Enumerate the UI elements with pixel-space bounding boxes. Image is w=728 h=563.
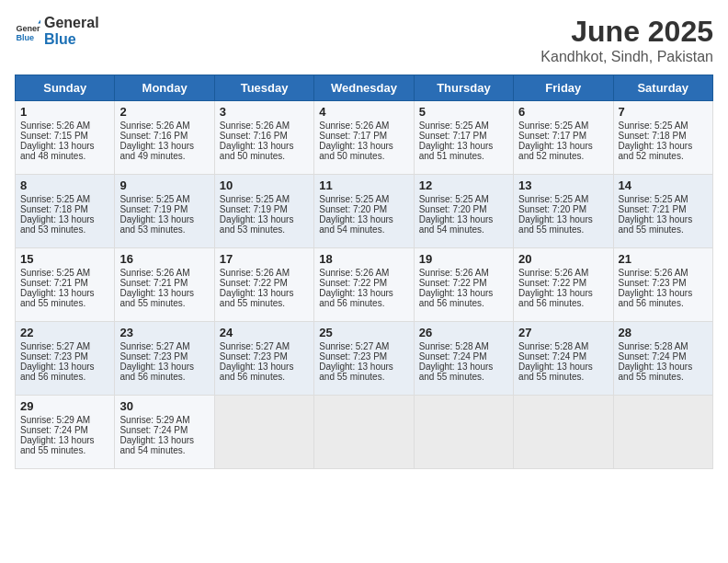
day-number: 23: [119, 326, 209, 339]
calendar-cell: 3Sunrise: 5:26 AMSunset: 7:16 PMDaylight…: [214, 101, 313, 175]
calendar-cell: 9Sunrise: 5:25 AMSunset: 7:19 PMDaylight…: [115, 175, 214, 248]
cell-text: Sunrise: 5:26 AMSunset: 7:22 PMDaylight:…: [220, 268, 294, 308]
day-number: 8: [20, 178, 109, 192]
day-number: 1: [20, 105, 109, 119]
calendar-cell: 21Sunrise: 5:26 AMSunset: 7:23 PMDayligh…: [613, 248, 712, 322]
cell-text: Sunrise: 5:28 AMSunset: 7:24 PMDaylight:…: [419, 341, 494, 382]
calendar-week-row: 8Sunrise: 5:25 AMSunset: 7:18 PMDaylight…: [16, 175, 713, 248]
calendar-cell: 2Sunrise: 5:26 AMSunset: 7:16 PMDaylight…: [115, 101, 214, 175]
month-year-title: June 2025: [540, 15, 713, 49]
cell-text: Sunrise: 5:26 AMSunset: 7:22 PMDaylight:…: [518, 268, 593, 308]
page-header: General Blue General Blue June 2025 Kand…: [15, 15, 713, 65]
calendar-cell: 6Sunrise: 5:25 AMSunset: 7:17 PMDaylight…: [514, 101, 613, 175]
day-number: 11: [319, 178, 408, 192]
calendar-cell: 24Sunrise: 5:27 AMSunset: 7:23 PMDayligh…: [214, 322, 313, 396]
day-number: 15: [20, 252, 109, 266]
day-number: 17: [220, 252, 309, 266]
calendar-cell: 15Sunrise: 5:25 AMSunset: 7:21 PMDayligh…: [16, 248, 115, 322]
calendar-cell: [214, 396, 313, 469]
calendar-cell: [514, 396, 613, 469]
calendar-cell: 28Sunrise: 5:28 AMSunset: 7:24 PMDayligh…: [613, 322, 712, 396]
day-number: 4: [319, 105, 408, 119]
day-number: 9: [119, 178, 209, 192]
logo-blue-text: Blue: [44, 31, 99, 48]
calendar-cell: 22Sunrise: 5:27 AMSunset: 7:23 PMDayligh…: [16, 322, 115, 396]
weekday-header-thursday: Thursday: [414, 75, 513, 101]
cell-text: Sunrise: 5:27 AMSunset: 7:23 PMDaylight:…: [119, 341, 194, 382]
calendar-cell: 10Sunrise: 5:25 AMSunset: 7:19 PMDayligh…: [214, 175, 313, 248]
calendar-week-row: 15Sunrise: 5:25 AMSunset: 7:21 PMDayligh…: [16, 248, 713, 322]
calendar-cell: 18Sunrise: 5:26 AMSunset: 7:22 PMDayligh…: [314, 248, 414, 322]
cell-text: Sunrise: 5:29 AMSunset: 7:24 PMDaylight:…: [119, 415, 194, 455]
day-number: 2: [119, 105, 209, 119]
logo-icon: General Blue: [15, 18, 40, 44]
day-number: 10: [220, 178, 309, 192]
day-number: 30: [119, 399, 209, 413]
day-number: 7: [619, 105, 708, 119]
cell-text: Sunrise: 5:25 AMSunset: 7:17 PMDaylight:…: [419, 121, 494, 161]
location-subtitle: Kandhkot, Sindh, Pakistan: [540, 49, 713, 65]
calendar-week-row: 1Sunrise: 5:26 AMSunset: 7:15 PMDaylight…: [16, 101, 713, 175]
day-number: 13: [518, 178, 608, 192]
day-number: 20: [518, 252, 608, 266]
cell-text: Sunrise: 5:26 AMSunset: 7:17 PMDaylight:…: [319, 121, 393, 161]
calendar-cell: 20Sunrise: 5:26 AMSunset: 7:22 PMDayligh…: [514, 248, 613, 322]
calendar-cell: 8Sunrise: 5:25 AMSunset: 7:18 PMDaylight…: [16, 175, 115, 248]
day-number: 3: [220, 105, 309, 119]
day-number: 26: [419, 326, 508, 339]
cell-text: Sunrise: 5:25 AMSunset: 7:19 PMDaylight:…: [119, 194, 194, 235]
cell-text: Sunrise: 5:26 AMSunset: 7:22 PMDaylight:…: [419, 268, 494, 308]
cell-text: Sunrise: 5:28 AMSunset: 7:24 PMDaylight:…: [518, 341, 593, 382]
cell-text: Sunrise: 5:26 AMSunset: 7:16 PMDaylight:…: [220, 121, 294, 161]
calendar-cell: 27Sunrise: 5:28 AMSunset: 7:24 PMDayligh…: [514, 322, 613, 396]
svg-text:General: General: [16, 24, 40, 33]
cell-text: Sunrise: 5:28 AMSunset: 7:24 PMDaylight:…: [619, 341, 693, 382]
cell-text: Sunrise: 5:29 AMSunset: 7:24 PMDaylight:…: [20, 415, 95, 455]
weekday-header-wednesday: Wednesday: [314, 75, 414, 101]
calendar-table: SundayMondayTuesdayWednesdayThursdayFrid…: [15, 75, 713, 469]
day-number: 27: [518, 326, 608, 339]
calendar-week-row: 22Sunrise: 5:27 AMSunset: 7:23 PMDayligh…: [16, 322, 713, 396]
cell-text: Sunrise: 5:25 AMSunset: 7:21 PMDaylight:…: [619, 194, 693, 235]
cell-text: Sunrise: 5:26 AMSunset: 7:15 PMDaylight:…: [20, 121, 95, 161]
calendar-cell: 30Sunrise: 5:29 AMSunset: 7:24 PMDayligh…: [115, 396, 214, 469]
day-number: 28: [619, 326, 708, 339]
calendar-cell: 23Sunrise: 5:27 AMSunset: 7:23 PMDayligh…: [115, 322, 214, 396]
day-number: 6: [518, 105, 608, 119]
calendar-cell: 1Sunrise: 5:26 AMSunset: 7:15 PMDaylight…: [16, 101, 115, 175]
cell-text: Sunrise: 5:27 AMSunset: 7:23 PMDaylight:…: [319, 341, 393, 382]
day-number: 25: [319, 326, 408, 339]
cell-text: Sunrise: 5:26 AMSunset: 7:16 PMDaylight:…: [119, 121, 194, 161]
calendar-cell: [414, 396, 513, 469]
cell-text: Sunrise: 5:27 AMSunset: 7:23 PMDaylight:…: [20, 341, 95, 382]
cell-text: Sunrise: 5:25 AMSunset: 7:20 PMDaylight:…: [419, 194, 494, 235]
logo-general-text: General: [44, 15, 99, 31]
cell-text: Sunrise: 5:25 AMSunset: 7:18 PMDaylight:…: [619, 121, 693, 161]
calendar-cell: 26Sunrise: 5:28 AMSunset: 7:24 PMDayligh…: [414, 322, 513, 396]
day-number: 12: [419, 178, 508, 192]
calendar-cell: 11Sunrise: 5:25 AMSunset: 7:20 PMDayligh…: [314, 175, 414, 248]
calendar-week-row: 29Sunrise: 5:29 AMSunset: 7:24 PMDayligh…: [16, 396, 713, 469]
calendar-cell: [314, 396, 414, 469]
cell-text: Sunrise: 5:25 AMSunset: 7:20 PMDaylight:…: [319, 194, 393, 235]
cell-text: Sunrise: 5:25 AMSunset: 7:19 PMDaylight:…: [220, 194, 294, 235]
svg-text:Blue: Blue: [16, 32, 34, 41]
weekday-header-row: SundayMondayTuesdayWednesdayThursdayFrid…: [16, 75, 713, 101]
weekday-header-tuesday: Tuesday: [214, 75, 313, 101]
calendar-cell: 13Sunrise: 5:25 AMSunset: 7:20 PMDayligh…: [514, 175, 613, 248]
cell-text: Sunrise: 5:25 AMSunset: 7:21 PMDaylight:…: [20, 268, 95, 308]
weekday-header-friday: Friday: [514, 75, 613, 101]
calendar-cell: 4Sunrise: 5:26 AMSunset: 7:17 PMDaylight…: [314, 101, 414, 175]
cell-text: Sunrise: 5:25 AMSunset: 7:18 PMDaylight:…: [20, 194, 95, 235]
cell-text: Sunrise: 5:27 AMSunset: 7:23 PMDaylight:…: [220, 341, 294, 382]
day-number: 5: [419, 105, 508, 119]
weekday-header-saturday: Saturday: [613, 75, 712, 101]
day-number: 14: [619, 178, 708, 192]
svg-marker-2: [38, 19, 40, 23]
calendar-cell: 25Sunrise: 5:27 AMSunset: 7:23 PMDayligh…: [314, 322, 414, 396]
calendar-cell: 7Sunrise: 5:25 AMSunset: 7:18 PMDaylight…: [613, 101, 712, 175]
logo: General Blue General Blue: [15, 15, 99, 47]
calendar-cell: 19Sunrise: 5:26 AMSunset: 7:22 PMDayligh…: [414, 248, 513, 322]
calendar-cell: [613, 396, 712, 469]
calendar-cell: 16Sunrise: 5:26 AMSunset: 7:21 PMDayligh…: [115, 248, 214, 322]
